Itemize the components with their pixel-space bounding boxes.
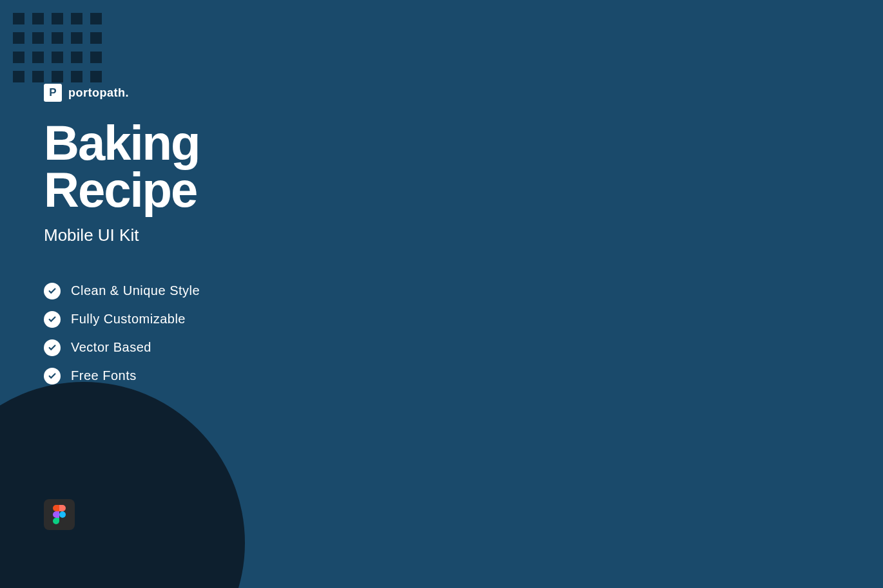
check-icon — [44, 339, 61, 356]
subtitle: Mobile UI Kit — [44, 225, 200, 245]
check-icon — [44, 283, 61, 299]
brand-mark-icon: P — [44, 84, 62, 102]
feature-item: Fully Customizable — [44, 311, 200, 328]
figma-badge — [44, 499, 75, 530]
features-list: Clean & Unique Style Fully Customizable … — [44, 283, 200, 384]
check-icon — [44, 311, 61, 328]
figma-icon — [53, 505, 66, 524]
feature-item: Vector Based — [44, 339, 200, 356]
check-icon — [44, 368, 61, 384]
feature-item: Clean & Unique Style — [44, 283, 200, 299]
feature-item: Free Fonts — [44, 368, 200, 384]
decorative-dot-grid — [13, 13, 102, 82]
main-title: Baking Recipe — [44, 120, 200, 214]
brand-name: portopath. — [68, 86, 129, 100]
brand-logo: P portopath. — [44, 84, 200, 102]
